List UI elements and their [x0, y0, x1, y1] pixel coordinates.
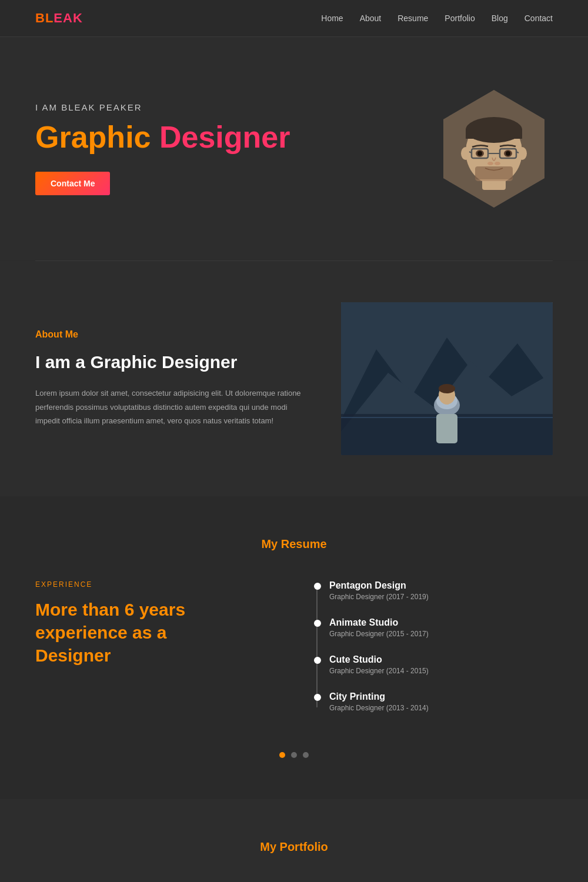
exp-line1: More than 6 years — [35, 600, 185, 619]
resume-right: Pentagon Design Graphic Designer (2017 -… — [312, 580, 553, 729]
svg-rect-19 — [475, 166, 513, 179]
role-1: Graphic Designer (2017 - 2019) — [329, 593, 553, 601]
timeline-item-1: Pentagon Design Graphic Designer (2017 -… — [329, 580, 553, 601]
svg-rect-4 — [466, 130, 522, 139]
about-text: About Me I am a Graphic Designer Lorem i… — [35, 329, 306, 427]
nav-blog[interactable]: Blog — [492, 14, 508, 23]
exp-line2: experience as a — [35, 623, 167, 642]
hero-avatar — [435, 90, 553, 208]
avatar-svg — [435, 90, 553, 208]
timeline-dot-2 — [314, 620, 321, 627]
experience-label: EXPERIENCE — [35, 580, 276, 589]
dot-3[interactable] — [303, 752, 309, 758]
company-4: City Printing — [329, 691, 553, 702]
nav-portfolio[interactable]: Portfolio — [445, 14, 475, 23]
company-1: Pentagon Design — [329, 580, 553, 591]
timeline-item-4: City Printing Graphic Designer (2013 - 2… — [329, 691, 553, 712]
logo-bl: BL — [35, 11, 54, 25]
timeline-dot-1 — [314, 583, 321, 590]
hero-text: I AM BLEAK PEAKER Graphic Designer Conta… — [35, 102, 412, 195]
about-section: About Me I am a Graphic Designer Lorem i… — [0, 261, 588, 496]
company-2: Animate Studio — [329, 617, 553, 628]
portfolio-section: My Portfolio See All House Plant Flowers… — [0, 799, 588, 882]
pagination-dots — [35, 752, 553, 758]
svg-rect-26 — [436, 414, 457, 443]
navbar: BLEAK Home About Resume Portfolio Blog C… — [0, 0, 588, 37]
nav-links: Home About Resume Portfolio Blog Contact — [321, 14, 553, 23]
timeline-dot-4 — [314, 694, 321, 701]
svg-point-5 — [461, 147, 470, 160]
dot-1[interactable] — [279, 752, 285, 758]
timeline-item-3: Cute Studio Graphic Designer (2014 - 201… — [329, 654, 553, 675]
resume-content: EXPERIENCE More than 6 years experience … — [35, 580, 553, 729]
experience-heading: More than 6 years experience as a Design… — [35, 598, 276, 667]
timeline: Pentagon Design Graphic Designer (2017 -… — [312, 580, 553, 712]
resume-section: My Resume EXPERIENCE More than 6 years e… — [0, 496, 588, 799]
hero-avatar-container — [435, 90, 553, 208]
svg-point-29 — [439, 384, 455, 393]
svg-point-17 — [495, 162, 500, 165]
timeline-item-2: Animate Studio Graphic Designer (2015 - … — [329, 617, 553, 638]
nav-about[interactable]: About — [360, 14, 382, 23]
portfolio-section-title: My Portfolio — [35, 840, 553, 854]
hero-subtitle: I AM BLEAK PEAKER — [35, 102, 412, 112]
timeline-dot-3 — [314, 657, 321, 664]
dot-2[interactable] — [291, 752, 297, 758]
logo-eak: EAK — [54, 11, 82, 25]
logo[interactable]: BLEAK — [35, 11, 83, 26]
about-description: Lorem ipsum dolor sit amet, consectetur … — [35, 386, 306, 427]
hero-title-pink: Designer — [159, 120, 290, 154]
resume-section-title: My Resume — [35, 537, 553, 551]
company-3: Cute Studio — [329, 654, 553, 665]
exp-highlight: Designer — [35, 646, 111, 665]
hero-title: Graphic Designer — [35, 121, 412, 154]
contact-me-button[interactable]: Contact Me — [35, 172, 110, 195]
nav-contact[interactable]: Contact — [524, 14, 553, 23]
hero-title-orange: Graphic — [35, 120, 151, 154]
hero-section: I AM BLEAK PEAKER Graphic Designer Conta… — [0, 37, 588, 260]
role-3: Graphic Designer (2014 - 2015) — [329, 667, 553, 675]
svg-point-6 — [517, 147, 527, 160]
svg-point-16 — [487, 162, 493, 165]
about-image — [341, 302, 553, 455]
svg-point-14 — [477, 151, 482, 156]
svg-point-15 — [506, 151, 510, 156]
nav-resume[interactable]: Resume — [397, 14, 428, 23]
nav-home[interactable]: Home — [321, 14, 343, 23]
about-label: About Me — [35, 329, 306, 340]
role-4: Graphic Designer (2013 - 2014) — [329, 704, 553, 712]
resume-left: EXPERIENCE More than 6 years experience … — [35, 580, 276, 729]
role-2: Graphic Designer (2015 - 2017) — [329, 630, 553, 638]
about-heading: I am a Graphic Designer — [35, 350, 306, 373]
about-img-inner — [341, 302, 553, 455]
about-photo-svg — [341, 302, 553, 455]
